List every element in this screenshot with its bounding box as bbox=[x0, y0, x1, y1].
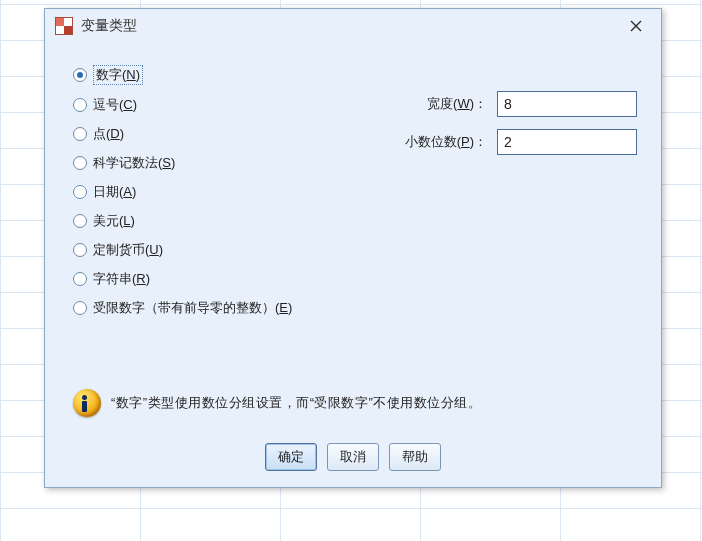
radio-indicator bbox=[73, 156, 87, 170]
radio-indicator bbox=[73, 243, 87, 257]
radio-label: 定制货币(U) bbox=[93, 241, 163, 259]
radio-label: 科学记数法(S) bbox=[93, 154, 175, 172]
radio-custom-currency[interactable]: 定制货币(U) bbox=[73, 241, 639, 259]
radio-numeric[interactable]: 数字(N) bbox=[73, 65, 639, 85]
width-input[interactable] bbox=[497, 91, 637, 117]
radio-date[interactable]: 日期(A) bbox=[73, 183, 639, 201]
radio-label: 逗号(C) bbox=[93, 96, 137, 114]
numeric-fields: 宽度(W)： 小数位数(P)： bbox=[405, 91, 637, 155]
radio-restricted-numeric[interactable]: 受限数字（带有前导零的整数）(E) bbox=[73, 299, 639, 317]
radio-label: 数字(N) bbox=[93, 65, 143, 85]
radio-indicator bbox=[73, 272, 87, 286]
radio-label: 日期(A) bbox=[93, 183, 136, 201]
radio-label: 美元(L) bbox=[93, 212, 135, 230]
cancel-button[interactable]: 取消 bbox=[327, 443, 379, 471]
help-button[interactable]: 帮助 bbox=[389, 443, 441, 471]
decimals-label: 小数位数(P)： bbox=[405, 133, 487, 151]
variable-type-dialog: 变量类型 数字(N) 逗号(C) 点(D) 科学 bbox=[44, 8, 662, 488]
radio-label: 受限数字（带有前导零的整数）(E) bbox=[93, 299, 292, 317]
button-row: 确定 取消 帮助 bbox=[45, 443, 661, 471]
width-row: 宽度(W)： bbox=[405, 91, 637, 117]
dialog-title: 变量类型 bbox=[81, 17, 613, 35]
radio-indicator bbox=[73, 214, 87, 228]
radio-indicator bbox=[73, 185, 87, 199]
radio-string[interactable]: 字符串(R) bbox=[73, 270, 639, 288]
radio-indicator bbox=[73, 127, 87, 141]
radio-label: 点(D) bbox=[93, 125, 124, 143]
decimals-row: 小数位数(P)： bbox=[405, 129, 637, 155]
radio-indicator bbox=[73, 301, 87, 315]
width-label: 宽度(W)： bbox=[427, 95, 487, 113]
radio-label: 字符串(R) bbox=[93, 270, 150, 288]
dialog-body: 数字(N) 逗号(C) 点(D) 科学记数法(S) 日期(A) 美元(L) bbox=[45, 43, 661, 487]
app-icon bbox=[55, 17, 73, 35]
close-icon bbox=[630, 20, 642, 32]
ok-button[interactable]: 确定 bbox=[265, 443, 317, 471]
info-text: “数字”类型使用数位分组设置，而“受限数字”不使用数位分组。 bbox=[111, 394, 481, 412]
close-button[interactable] bbox=[621, 14, 651, 38]
decimals-input[interactable] bbox=[497, 129, 637, 155]
titlebar: 变量类型 bbox=[45, 9, 661, 43]
radio-dollar[interactable]: 美元(L) bbox=[73, 212, 639, 230]
info-row: “数字”类型使用数位分组设置，而“受限数字”不使用数位分组。 bbox=[73, 389, 639, 417]
radio-indicator bbox=[73, 68, 87, 82]
radio-indicator bbox=[73, 98, 87, 112]
radio-scientific[interactable]: 科学记数法(S) bbox=[73, 154, 639, 172]
info-icon bbox=[73, 389, 101, 417]
